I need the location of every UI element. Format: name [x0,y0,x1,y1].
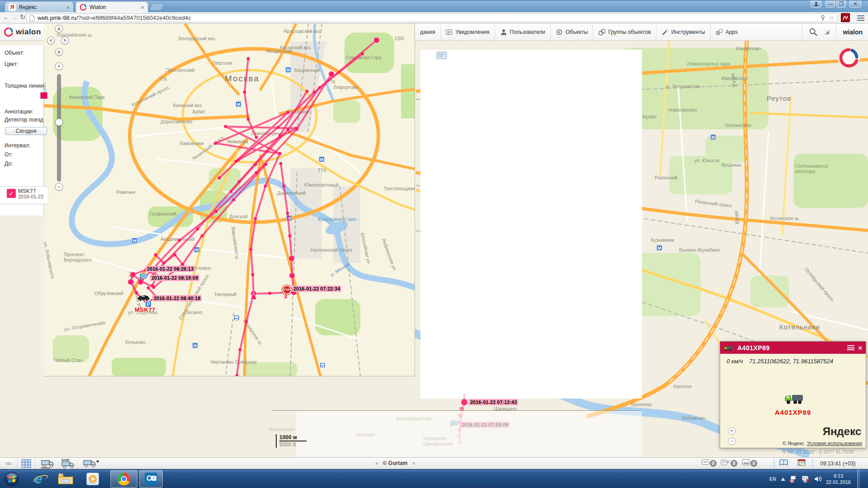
show-desktop-button[interactable] [857,469,860,488]
today-button[interactable]: Сегодня [5,127,47,135]
minimize-button[interactable]: — [826,0,835,8]
search-icon[interactable] [809,28,818,37]
toolbar-item-пользователи[interactable]: Пользователи [495,23,550,40]
from-label: От: [5,151,13,158]
toolbar-item-объекты[interactable]: Объекты [551,23,593,40]
track-annotation[interactable]: 2016-01-22 08:40:18 [152,295,202,301]
map-label: Битцевский лес [396,416,432,422]
pan-up-button[interactable]: ∧ [55,25,63,33]
reload-button[interactable]: ↻ [18,13,27,21]
photos-counter-icon[interactable] [742,459,750,465]
messages-counter-icon[interactable] [721,459,730,466]
metro-icon: М [656,245,662,251]
popup-zoom-in-button[interactable]: + [728,427,736,435]
forward-button[interactable]: → [10,13,19,21]
pan-right-button[interactable]: > [61,37,69,44]
track-map[interactable]: МоскваХорошёвское ш.Белорусский вкз.Ярос… [44,23,415,376]
adobe-extension-icon[interactable] [841,13,850,22]
map-label: Царицыно [494,406,517,412]
popup-menu-icon[interactable] [847,345,854,350]
track-point[interactable] [128,279,133,285]
browser-menu-icon[interactable] [857,15,864,21]
profile-button[interactable] [811,0,821,8]
action-center-icon[interactable] [790,476,797,483]
track-checkbox[interactable]: ✓ [7,189,16,198]
taskbar-ie-icon[interactable]: e [26,470,51,488]
toolbar-item-инструменты[interactable]: Инструменты [656,23,710,40]
calendar-icon[interactable] [797,459,806,466]
taskbar-wmp-icon[interactable] [80,470,105,488]
track-annotation[interactable]: 2016-01-22 08:26:13 [146,266,195,272]
track-annotation[interactable]: 2016-01-22 07:22:34 [292,286,341,292]
expand-icon[interactable] [824,29,830,35]
zoom-out-button[interactable]: − [55,183,63,191]
track-name: MSK77 [18,188,36,194]
taskbar-chrome-icon[interactable] [110,470,137,488]
terms-link[interactable]: Условия использования [807,441,862,446]
tab-close-icon[interactable]: × [60,4,70,11]
account-name[interactable]: wialon [843,28,865,36]
pan-left-button[interactable]: < [47,37,55,44]
yandex-copyright: © Яндекс [783,441,804,446]
show-tracks-icon[interactable] [41,459,56,469]
wialon-favicon [80,4,87,11]
collapse-left-icon[interactable]: «« [5,459,11,467]
language-indicator[interactable]: EN [769,476,776,482]
truck-icon[interactable] [784,392,804,406]
wialon-watermark-icon [837,46,861,70]
restore-button[interactable]: ❐ [836,0,846,8]
popup-close-icon[interactable]: × [858,345,862,351]
system-tray: EN 9:13 22.01.2016 [769,469,868,488]
gurtam-copyright[interactable]: © Gurtam [383,460,408,466]
popup-zoom-out-button[interactable]: − [728,437,736,445]
track-annotation[interactable]: 2016-01-22 07:13:43 [469,399,518,405]
unit-popup-header[interactable]: A401XP89 × [720,342,866,354]
taskbar-outlook-icon[interactable]: O ✓ [139,470,163,488]
chevron-right-icon[interactable]: » [375,460,378,466]
toolbar-item-дания[interactable]: дания [415,23,440,40]
pan-down-button[interactable]: ∨ [55,48,63,56]
track-point[interactable] [374,38,379,43]
toolbar-item-apps[interactable]: Apps [711,23,743,40]
tray-expand-icon[interactable] [781,478,785,481]
url-field[interactable]: web.pmk-98.ru/?sid=ef6f689f44a5947015604… [26,14,838,22]
back-button[interactable]: ← [2,13,11,21]
blank-panel [420,50,642,399]
chevron-right-icon[interactable]: » [412,460,415,466]
map-label: ш. Энтузиастов [665,84,700,89]
track-color-swatch[interactable] [40,92,47,99]
new-tab-button[interactable] [149,3,164,10]
tab-close-icon[interactable]: × [134,4,144,11]
notes-counter-icon[interactable] [702,459,709,465]
browser-tab-yandex[interactable]: Я Яндекс × [5,1,74,13]
unit-names-icon[interactable]: NAME [61,459,76,470]
metro-icon: М [710,134,716,140]
track-list-item[interactable]: ✓ MSK77 2016-01-22 [0,186,47,204]
track-point[interactable] [289,273,295,278]
zoom-in-button[interactable]: + [55,62,63,70]
map-label: Перово [640,114,656,120]
volume-icon[interactable] [814,476,821,482]
screen: ИзмайловоИзмайловский паркМКАДИвановское… [0,0,868,488]
bottom-map-strip[interactable]: ЦарицыноМосрентгенБитцевский лесЯсеневоЧ… [253,376,642,457]
track-point[interactable] [289,256,294,261]
track-point[interactable] [130,272,136,277]
bookmark-star-icon[interactable]: ☆ [829,14,835,22]
track-annotation[interactable]: 2016-01-22 08:19:09 [150,275,199,281]
taskbar-explorer-icon[interactable] [53,470,78,488]
network-icon[interactable] [802,476,810,483]
start-button[interactable] [1,470,23,488]
guide-book-icon[interactable] [779,459,788,466]
key-icon[interactable] [821,15,825,21]
zoom-slider[interactable] [57,74,61,182]
toolbar-item-уведомления[interactable]: Уведомления [441,23,495,40]
browser-tab-wialon[interactable]: Wialon × [75,1,148,13]
taskbar-clock[interactable]: 9:13 22.01.2016 [826,473,851,485]
zoom-slider-thumb[interactable] [55,118,63,126]
close-button[interactable]: ✕ [849,0,861,8]
toolbar-item-группы объектов[interactable]: Группы объектов [593,23,656,40]
grid-view-icon[interactable] [21,459,31,468]
track-point[interactable] [329,71,334,77]
panel-icon[interactable] [436,52,447,60]
follow-units-icon[interactable] [83,459,100,468]
